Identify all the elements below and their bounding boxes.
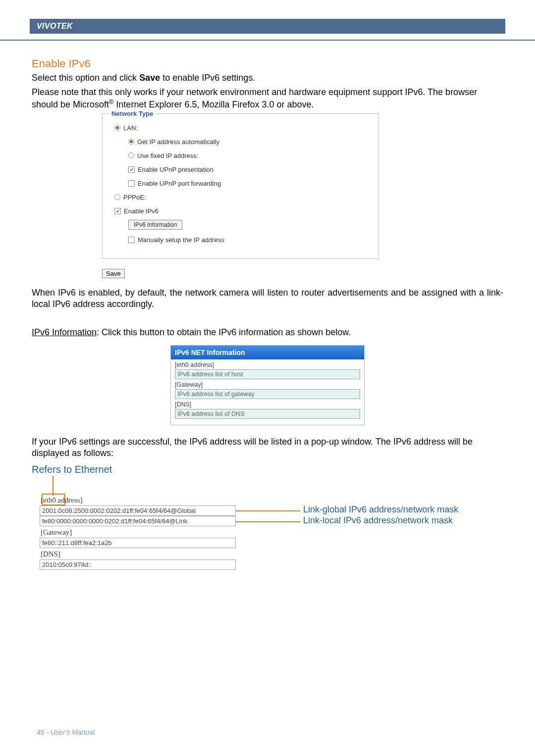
fixed-ip-row[interactable]: Use fixed IP address: <box>128 149 378 162</box>
radio-getip-auto[interactable] <box>128 139 134 145</box>
pppoe-option-row[interactable]: PPPoE: <box>114 190 378 204</box>
ipv6-information-button[interactable]: IPv6 Information <box>128 220 182 230</box>
upnp-port-row[interactable]: Enable UPnP port forwarding <box>128 176 378 190</box>
lan-option-row[interactable]: LAN: <box>114 121 378 135</box>
link-address-cell: fe80:0000:0000:0000:0202:d1ff:fe04:65f4/… <box>40 516 236 526</box>
section-title-enable-ipv6: Enable IPv6 <box>32 57 503 70</box>
radio-pppoe[interactable] <box>114 194 120 200</box>
enable-ipv6-label: Enable IPv6 <box>124 207 159 215</box>
getip-auto-label: Get IP address automatically <box>137 138 219 146</box>
ethernet-section: Refers to Ethernet [eth0 address] 2001:0… <box>32 464 503 570</box>
address-text: address] <box>56 496 83 504</box>
dns-heading: [DNS] <box>40 548 236 559</box>
callout-line-vertical <box>53 476 54 496</box>
dns-label: [DNS] <box>175 401 360 408</box>
registered-symbol: ® <box>109 99 113 105</box>
header-bar: VIVOTEK <box>30 19 505 34</box>
upnp-port-label: Enable UPnP port forwarding <box>138 180 221 187</box>
dns-address-list-field: IPv6 address list of DNS <box>175 409 360 419</box>
upnp-presentation-row[interactable]: ✔ Enable UPnP presentation <box>128 162 378 176</box>
gateway-address-list-field: IPv6 address list of gateway <box>175 389 360 399</box>
refers-to-ethernet-title: Refers to Ethernet <box>32 464 503 475</box>
text-fragment: Internet Explorer 6.5, Mozilla Firefox 3… <box>113 100 314 109</box>
gateway-address-cell: fe80::211:d8ff:fea2:1a2b <box>40 538 236 548</box>
connector-global <box>236 510 300 511</box>
checkbox-manual-ip[interactable] <box>128 237 135 243</box>
checkbox-upnp-presentation[interactable]: ✔ <box>128 166 135 173</box>
ipv6-info-line: IPv6 Information: Click this button to o… <box>32 327 503 338</box>
ipv6-success-note: If your IPv6 settings are successful, th… <box>32 436 503 459</box>
brand-label: VIVOTEK <box>37 22 73 31</box>
ipv6-info-underlined: IPv6 Information <box>32 327 97 337</box>
text-fragment: Select this option and click <box>32 73 139 83</box>
browser-requirement-note: Please note that this only works if your… <box>32 87 503 110</box>
ipv6-default-behavior: When IPv6 is enabled, by default, the ne… <box>32 287 503 310</box>
manual-ip-row[interactable]: Manually setup the IP address <box>128 233 378 247</box>
annotation-local: Link-local IPv6 address/network mask <box>303 515 453 526</box>
pppoe-label: PPPoE: <box>123 194 146 201</box>
enable-ipv6-instruction: Select this option and click Save to ena… <box>32 72 503 84</box>
radio-lan[interactable] <box>114 125 120 131</box>
network-type-panel: Network Type LAN: Get IP address automat… <box>102 113 379 259</box>
upnp-presentation-label: Enable UPnP presentation <box>138 166 214 173</box>
checkbox-enable-ipv6[interactable]: ✔ <box>114 208 121 214</box>
save-button[interactable]: Save <box>102 269 125 278</box>
manual-ip-label: Manually setup the IP address <box>138 236 224 244</box>
ipv6-address-table: [eth0 address] 2001:0c08:2500:0002:0202:… <box>40 494 236 570</box>
fixed-ip-label: Use fixed IP address: <box>137 152 198 159</box>
getip-auto-row[interactable]: Get IP address automatically <box>128 135 378 149</box>
host-address-list-field: IPv6 address list of host <box>175 369 360 379</box>
annotation-global: Link-global IPv6 address/network mask <box>303 504 458 515</box>
dns-address-cell: 2010:05c0:978d:: <box>40 559 236 570</box>
gateway-label: [Gateway] <box>175 381 360 388</box>
eth0-address-label: [eth0 address] <box>175 361 360 368</box>
radio-fixed-ip[interactable] <box>128 152 134 158</box>
ipv6-net-info-popup: IPv6 NET Information [eth0 address] IPv6… <box>170 345 365 425</box>
page-header: VIVOTEK <box>0 19 535 41</box>
connector-local <box>236 521 300 522</box>
save-keyword: Save <box>139 73 160 83</box>
header-rule <box>0 40 535 41</box>
panel-legend: Network Type <box>109 110 155 117</box>
global-address-cell: 2001:0c08:2500:0002:0202:d1ff:fe04:65f4/… <box>40 505 236 516</box>
lan-label: LAN: <box>123 124 138 132</box>
eth0-text: [eth0 <box>41 496 56 504</box>
content-area: Enable IPv6 Select this option and click… <box>32 57 503 570</box>
gateway-heading: [Gateway] <box>40 526 236 538</box>
enable-ipv6-row[interactable]: ✔ Enable IPv6 <box>114 204 378 218</box>
page-footer: 46 - User's Manual <box>37 728 95 736</box>
text-fragment: : Click this button to obtain the IPv6 i… <box>97 327 351 337</box>
popup-title: IPv6 NET Information <box>171 346 364 359</box>
text-fragment: to enable IPv6 settings. <box>160 73 255 83</box>
checkbox-upnp-port[interactable] <box>128 180 135 187</box>
eth0-address-heading: [eth0 address] <box>40 494 236 505</box>
